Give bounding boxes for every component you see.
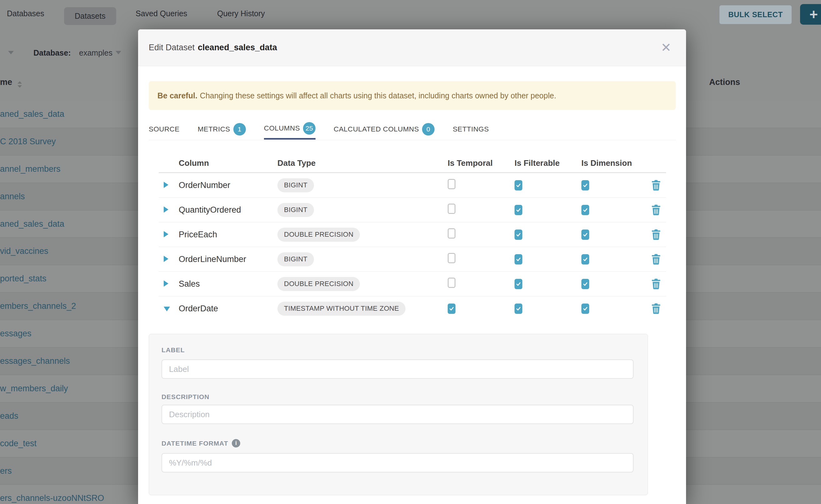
checkbox-unchecked[interactable] [448,253,456,263]
checkbox-checked[interactable] [515,230,522,240]
dataset-link[interactable]: essages_channels [0,356,70,366]
tab-columns[interactable]: COLUMNS25 [264,119,315,140]
label-field-label: LABEL [161,346,185,354]
database-filter-value[interactable]: examples [79,48,112,57]
data-type-pill: DOUBLE PRECISION [277,277,360,291]
expand-caret-icon[interactable] [164,206,168,213]
add-dataset-button[interactable]: + [800,4,821,25]
dataset-link[interactable]: code_test [0,439,37,448]
dataset-link[interactable]: embers_channels_2 [0,301,76,311]
checkbox-checked[interactable] [581,230,589,240]
dataset-link[interactable]: essages [0,329,32,338]
delete-icon[interactable] [651,278,661,289]
checkbox-unchecked[interactable] [448,204,456,214]
column-row: QuantityOrderedBIGINT [159,198,666,222]
tab-metrics[interactable]: METRICS1 [198,119,246,140]
checkbox-checked[interactable] [515,180,522,190]
checkbox-checked[interactable] [515,205,522,215]
info-icon[interactable]: i [232,439,240,447]
nav-tab-databases[interactable]: Databases [7,0,44,27]
dataset-link[interactable]: vid_vaccines [0,246,48,256]
column-row: PriceEachDOUBLE PRECISION [159,222,666,247]
expand-caret-icon[interactable] [164,256,168,262]
header-is-filterable: Is Filterable [513,158,580,168]
datetime-format-label-text: DATETIME FORMAT [161,440,228,447]
data-type-pill: BIGINT [277,203,314,217]
column-name: OrderNumber [179,180,277,190]
close-icon[interactable]: ✕ [659,40,674,55]
dataset-link[interactable]: annel_members [0,164,61,174]
database-chevron-down-icon[interactable] [116,51,121,54]
dataset-link[interactable]: w_members_daily [0,384,68,393]
screen: Databases Datasets Saved Queries Query H… [0,0,821,504]
checkbox-checked[interactable] [581,304,589,314]
expand-caret-icon[interactable] [164,182,168,188]
checkbox-unchecked[interactable] [448,278,456,288]
checkbox-unchecked[interactable] [448,228,456,239]
actions-column-header: Actions [709,77,740,87]
datetime-format-input[interactable] [161,453,634,472]
column-name: PriceEach [179,230,277,240]
delete-icon[interactable] [651,229,661,240]
dataset-link[interactable]: aned_sales_data [0,219,64,229]
name-column-header[interactable]: me [0,77,12,87]
tab-label: METRICS [198,125,230,133]
tab-count-badge: 25 [303,122,315,135]
checkbox-checked[interactable] [448,304,456,314]
sort-icon[interactable] [17,81,22,88]
dataset-link[interactable]: aned_sales_data [0,109,64,119]
tab-source[interactable]: SOURCE [149,119,180,140]
checkbox-checked[interactable] [581,205,589,215]
nav-tab-query-history[interactable]: Query History [217,0,265,27]
nav-tab-datasets-active[interactable]: Datasets [64,7,116,25]
data-type-pill: DOUBLE PRECISION [277,228,360,242]
dataset-link[interactable]: annels [0,192,25,201]
data-type-pill: BIGINT [277,252,314,266]
columns-table-header: Column Data Type Is Temporal Is Filterab… [159,154,666,173]
delete-icon[interactable] [651,254,661,265]
column-name: OrderLineNumber [179,254,277,264]
plus-icon: + [809,6,818,23]
checkbox-checked[interactable] [581,254,589,264]
dataset-link[interactable]: ers [0,466,12,476]
delete-icon[interactable] [651,303,661,314]
checkbox-checked[interactable] [581,279,589,289]
expand-caret-icon[interactable] [164,280,168,287]
modal-tabs: SOURCEMETRICS1COLUMNS25CALCULATED COLUMN… [149,119,676,140]
dataset-link[interactable]: ers_channels-uzooNNtSRO [0,493,104,503]
header-is-dimension: Is Dimension [580,158,646,168]
data-type-pill: TIMESTAMP WITHOUT TIME ZONE [277,302,405,316]
checkbox-checked[interactable] [581,180,589,190]
checkbox-checked[interactable] [515,304,522,314]
tab-calculated-columns[interactable]: CALCULATED COLUMNS0 [334,119,435,140]
datetime-format-field-label: DATETIME FORMAT i [161,439,240,447]
expand-caret-icon[interactable] [164,231,168,237]
tab-label: CALCULATED COLUMNS [334,125,419,133]
label-input[interactable] [161,359,634,379]
description-input[interactable] [161,405,634,424]
dataset-link[interactable]: ported_stats [0,274,47,284]
checkbox-checked[interactable] [515,279,522,289]
data-type-pill: BIGINT [277,178,314,192]
collapse-caret-icon[interactable] [164,307,170,311]
column-row: OrderNumberBIGINT [159,173,666,198]
filter-chevron-down-icon[interactable] [8,51,14,54]
delete-icon[interactable] [651,180,661,191]
modal-title-prefix: Edit Dataset [149,43,195,52]
delete-icon[interactable] [651,204,661,215]
checkbox-checked[interactable] [515,254,522,264]
nav-tab-saved-queries[interactable]: Saved Queries [136,0,187,27]
dataset-link[interactable]: C 2018 Survey [0,137,56,146]
label-field-label-text: LABEL [161,346,185,354]
database-filter-label: Database: [33,48,71,57]
checkbox-unchecked[interactable] [448,179,456,189]
header-data-type: Data Type [277,158,446,168]
columns-table: Column Data Type Is Temporal Is Filterab… [159,154,666,321]
modal-header: Edit Dataset cleaned_sales_data ✕ [138,29,686,66]
tab-count-badge: 0 [422,123,435,136]
column-detail-panel: LABEL DESCRIPTION DATETIME FORMAT i [149,334,648,495]
tab-settings[interactable]: SETTINGS [453,119,489,140]
header-is-temporal: Is Temporal [446,158,513,168]
bulk-select-button[interactable]: BULK SELECT [720,5,792,24]
dataset-link[interactable]: eads [0,411,18,421]
